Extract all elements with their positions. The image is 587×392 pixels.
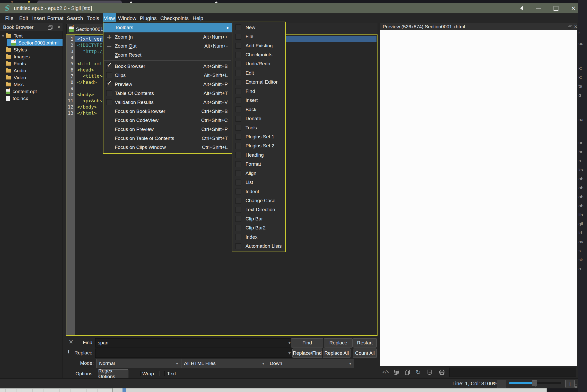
find-button[interactable]: Find [291, 338, 323, 348]
menu-item-focus-on-bookbrowser[interactable]: Focus on BookBrowserCtrl+Shift+B [103, 107, 232, 116]
replace-all-button[interactable]: Replace All [323, 349, 351, 358]
restart-button[interactable]: Restart [353, 338, 377, 348]
direction-select[interactable]: Down ▼ [267, 359, 354, 368]
toolbars-item-label: Index [246, 234, 257, 240]
toolbars-item-insert[interactable]: Insert [232, 96, 285, 105]
refresh-icon[interactable]: ↻ [414, 368, 423, 377]
menu-item-shortcut: Ctrl+Shift+P [201, 127, 232, 132]
toolbars-item-plugins-set-2[interactable]: Plugins Set 2 [232, 141, 285, 150]
line-number: 10 [66, 92, 75, 98]
copy-icon[interactable] [403, 368, 412, 377]
toolbars-item-edit[interactable]: Edit [232, 68, 285, 77]
resize-grip[interactable] [573, 384, 577, 388]
menu-item-zoom-reset[interactable]: Zoom Reset [103, 50, 232, 59]
toolbars-item-external-editor[interactable]: External Editor [232, 78, 285, 87]
titlebar[interactable]: S untitled.epub - epub2.0 - Sigil [std] … [0, 3, 578, 13]
chevron-down-icon[interactable]: ▼ [286, 349, 293, 358]
toolbars-item-plugins-set-1[interactable]: Plugins Set 1 [232, 132, 285, 141]
maximize-button[interactable] [549, 3, 563, 13]
tree-item-styles[interactable]: Styles [0, 46, 63, 53]
close-icon[interactable]: ✕ [56, 23, 62, 31]
menubar-item-file[interactable]: File [3, 13, 16, 23]
tree-item-section0001-xhtml[interactable]: Section0001.xhtml [0, 39, 63, 46]
zoom-slider-handle[interactable] [532, 380, 537, 386]
close-button[interactable]: ✕ [567, 3, 580, 13]
tree-item-audio[interactable]: Audio [0, 67, 63, 74]
menubar-item-edit[interactable]: Edit [17, 13, 30, 23]
menu-item-zoom-in[interactable]: +Zoom InAlt+Num++ [103, 32, 232, 41]
css-icon[interactable]: css [425, 368, 434, 377]
menubar-item-search[interactable]: Search [66, 13, 84, 23]
toolbars-item-indent[interactable]: Indent [232, 187, 285, 196]
menu-item-focus-on-clips-window[interactable]: Focus on Clips WindowCtrl+Shift+L [103, 143, 232, 152]
close-icon[interactable]: ✕ [574, 23, 577, 30]
toolbars-item-undo-redo[interactable]: Undo/Redo [232, 59, 285, 68]
mode-select[interactable]: Normal ▼ [96, 359, 181, 368]
tree-item-misc[interactable]: Misc [0, 81, 63, 88]
find-input[interactable]: span ▼ [95, 338, 293, 348]
replace-find-button[interactable]: Replace/Find [292, 349, 322, 358]
select-all-icon[interactable] [392, 368, 401, 377]
menu-item-focus-on-codeview[interactable]: Focus on CodeViewCtrl+Shift+C [103, 116, 232, 125]
toolbars-item-format[interactable]: Format [232, 160, 285, 169]
zoom-out-button[interactable]: − [497, 380, 506, 388]
toolbars-item-heading[interactable]: Heading [232, 150, 285, 159]
toolbars-item-list[interactable]: List [232, 178, 285, 187]
toolbars-item-index[interactable]: Index [232, 233, 285, 242]
replace-input[interactable]: ▼ [95, 349, 293, 358]
toolbars-item-find[interactable]: Find [232, 87, 285, 96]
menu-item-focus-on-preview[interactable]: Focus on PreviewCtrl+Shift+P [103, 125, 232, 134]
preview-content[interactable] [380, 30, 577, 366]
collapse-arrow-icon[interactable] [515, 3, 528, 13]
checkbox-unchecked [235, 97, 241, 103]
toolbars-item-donate[interactable]: Donate [232, 114, 285, 123]
wrap-checkbox[interactable] [135, 371, 141, 376]
text-checkbox[interactable] [159, 371, 165, 376]
scope-select[interactable]: All HTML Files ▼ [181, 359, 267, 368]
expander-icon[interactable]: ▾ [2, 34, 6, 38]
toolbars-item-automation-lists[interactable]: Automation Lists [232, 242, 285, 251]
minimize-button[interactable] [532, 3, 545, 13]
menu-item-zoom-out[interactable]: −Zoom OutAlt+Num+- [103, 41, 232, 50]
toolbars-item-tools[interactable]: Tools [232, 123, 285, 132]
replace-button[interactable]: Replace [324, 338, 353, 348]
menu-item-label: Focus on BookBrowser [115, 109, 165, 114]
menu-item-preview[interactable]: ✓PreviewAlt+Shift+P [103, 80, 232, 89]
print-icon[interactable] [437, 368, 446, 377]
undock-icon[interactable] [48, 25, 52, 29]
menu-item-validation-results[interactable]: Validation ResultsAlt+Shift+V [103, 98, 232, 107]
toolbars-item-text-direction[interactable]: Text Direction [232, 205, 285, 214]
toolbars-item-clip-bar[interactable]: Clip Bar [232, 214, 285, 223]
tree-item-content-opf[interactable]: content.opf [0, 88, 63, 95]
menu-item-toolbars[interactable]: Toolbars▶ [103, 23, 232, 32]
tree-item-fonts[interactable]: Fonts [0, 60, 63, 67]
toolbars-item-file[interactable]: File [232, 32, 285, 41]
menu-item-table-of-contents[interactable]: Table Of ContentsAlt+Shift+T [103, 89, 232, 98]
toolbars-item-label: File [246, 34, 253, 39]
toolbars-item-back[interactable]: Back [232, 105, 285, 114]
undock-icon[interactable] [568, 25, 572, 29]
line-number: 11 [66, 98, 75, 104]
preview-toolbar: </> ↻ css [380, 366, 577, 378]
tree-item-video[interactable]: Video [0, 74, 63, 81]
toolbars-item-checkpoints[interactable]: Checkpoints [232, 50, 285, 59]
toolbars-item-new[interactable]: New [232, 23, 285, 32]
tree-item-text[interactable]: ▾Text [0, 32, 63, 39]
toolbars-item-change-case[interactable]: Change Case [232, 196, 285, 205]
menu-item-book-browser[interactable]: ✓Book BrowserAlt+Shift+B [103, 62, 232, 71]
toolbars-item-add-existing[interactable]: Add Existing [232, 41, 285, 50]
tree-item-images[interactable]: Images [0, 53, 63, 60]
toolbars-item-clip-bar2[interactable]: Clip Bar2 [232, 224, 285, 233]
inspect-code-icon[interactable]: </> [381, 368, 390, 377]
regex-options-button[interactable]: Regex Options [98, 369, 128, 378]
menubar-item-tools[interactable]: Tools [85, 13, 101, 23]
toolbars-item-align[interactable]: Align [232, 169, 285, 178]
tree-item-toc-ncx[interactable]: toc.ncx [0, 95, 63, 102]
menubar-item-format[interactable]: Format [46, 13, 64, 23]
count-all-button[interactable]: Count All [353, 349, 377, 358]
checkbox-unchecked [235, 125, 241, 131]
menu-item-clips[interactable]: ClipsAlt+Shift+L [103, 71, 232, 80]
cursor-position: Line: 1, Col: 3 [452, 379, 484, 388]
menubar-item-insert[interactable]: Insert [31, 13, 46, 23]
menu-item-focus-on-table-of-contents[interactable]: Focus on Table of ContentsCtrl+Shift+T [103, 134, 232, 143]
